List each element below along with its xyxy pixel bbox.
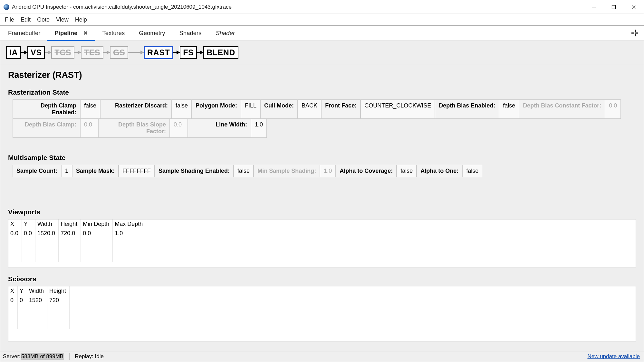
line-width-label: Line Width:: [188, 118, 251, 138]
stage-tcs[interactable]: TCS: [51, 46, 74, 59]
depth-clamp-value: false: [80, 99, 100, 119]
depth-bias-clamp-value: 0.0: [80, 118, 98, 138]
arrow-icon: [197, 52, 203, 53]
depth-bias-slope-value: 0.0: [170, 118, 188, 138]
sample-shading-enabled-value: false: [234, 165, 254, 177]
cell-maxd: 1.0: [113, 229, 146, 238]
close-icon[interactable]: ✕: [83, 30, 88, 37]
col-width[interactable]: Width: [27, 286, 47, 296]
tab-label: Geometry: [139, 30, 165, 37]
alpha-to-coverage-label: Alpha to Coverage:: [336, 165, 397, 177]
tab-label: Pipeline: [54, 30, 77, 37]
minimize-button[interactable]: [584, 0, 604, 14]
table-row[interactable]: 0 0 1520 720: [8, 296, 70, 305]
min-sample-shading-label: Min Sample Shading:: [254, 165, 320, 177]
table-row: [8, 246, 146, 254]
stage-tes[interactable]: TES: [81, 46, 103, 59]
rasterizer-discard-label: Rasterizer Discard:: [100, 99, 172, 119]
col-x[interactable]: X: [8, 219, 22, 229]
separator: [69, 353, 70, 360]
menu-edit[interactable]: Edit: [17, 15, 34, 24]
arrow-icon: [45, 52, 51, 53]
raster-state-table: Depth Clamp Enabled: false Rasterizer Di…: [13, 99, 636, 138]
multisample-table: Sample Count: 1 Sample Mask: FFFFFFFF Sa…: [13, 165, 636, 177]
tab-label: Framebuffer: [8, 30, 40, 37]
stage-fs[interactable]: FS: [180, 46, 197, 59]
cell-w: 1520: [27, 296, 47, 305]
cell-y: 0: [18, 296, 27, 305]
cell-h: 720.0: [59, 229, 81, 238]
tab-geometry[interactable]: Geometry: [132, 26, 172, 41]
cell-mind: 0.0: [81, 229, 113, 238]
cull-mode-label: Cull Mode:: [260, 99, 298, 119]
stage-ia[interactable]: IA: [6, 46, 21, 59]
table-header-row: X Y Width Height: [8, 286, 70, 296]
close-button[interactable]: [624, 0, 644, 14]
multisample-title: Multisample State: [8, 154, 636, 162]
min-sample-shading-value: 1.0: [320, 165, 336, 177]
table-row: [8, 305, 70, 313]
col-y[interactable]: Y: [22, 219, 35, 229]
arrow-icon: [103, 52, 110, 53]
page-title: Rasterizer (RAST): [8, 70, 636, 80]
stage-gs[interactable]: GS: [110, 46, 128, 59]
sample-count-label: Sample Count:: [13, 165, 61, 177]
content-panel: Rasterizer (RAST) Rasterization State De…: [0, 64, 644, 351]
arrow-icon: [74, 52, 81, 53]
menu-help[interactable]: Help: [72, 15, 90, 24]
viewports-table: X Y Width Height Min Depth Max Depth 0.0…: [8, 219, 636, 267]
col-y[interactable]: Y: [18, 286, 27, 296]
depth-bias-enabled-label: Depth Bias Enabled:: [435, 99, 499, 119]
table-row[interactable]: 0.0 0.0 1520.0 720.0 0.0 1.0: [8, 229, 146, 238]
svg-rect-1: [612, 5, 616, 9]
maximize-button[interactable]: [604, 0, 624, 14]
cell-x: 0: [8, 296, 18, 305]
tab-shaders[interactable]: Shaders: [172, 26, 209, 41]
cell-y: 0.0: [22, 229, 35, 238]
stage-vs[interactable]: VS: [27, 46, 45, 59]
stage-rast[interactable]: RAST: [144, 46, 173, 59]
restore-panels-icon[interactable]: [631, 30, 639, 37]
window-buttons: [584, 0, 644, 14]
depth-bias-constant-label: Depth Bias Constant Factor:: [519, 99, 605, 119]
tab-textures[interactable]: Textures: [95, 26, 132, 41]
table-row: [8, 313, 70, 321]
menubar: File Edit Goto View Help: [0, 14, 644, 26]
window-title: Android GPU Inspector - com.activision.c…: [12, 4, 584, 10]
update-link[interactable]: New update available: [587, 353, 640, 360]
line-width-value: 1.0: [251, 118, 267, 138]
tab-shader[interactable]: Shader: [208, 26, 242, 41]
stage-blend[interactable]: BLEND: [203, 46, 238, 59]
sample-mask-value: FFFFFFFF: [119, 165, 155, 177]
server-label: Server:: [3, 353, 21, 360]
scissors-title: Scissors: [8, 275, 636, 283]
sample-count-value: 1: [61, 165, 72, 177]
menu-goto[interactable]: Goto: [34, 15, 53, 24]
front-face-label: Front Face:: [321, 99, 360, 119]
polygon-mode-label: Polygon Mode:: [192, 99, 241, 119]
col-height[interactable]: Height: [59, 219, 81, 229]
sample-shading-enabled-label: Sample Shading Enabled:: [155, 165, 234, 177]
arrow-icon: [21, 52, 27, 53]
raster-state-title: Rasterization State: [8, 88, 636, 96]
col-mindepth[interactable]: Min Depth: [81, 219, 113, 229]
tab-framebuffer[interactable]: Framebuffer: [1, 26, 47, 41]
table-row: [8, 238, 146, 246]
col-height[interactable]: Height: [47, 286, 70, 296]
arrow-icon: [173, 52, 180, 53]
tab-label: Shader: [216, 30, 235, 37]
titlebar: Android GPU Inspector - com.activision.c…: [0, 0, 644, 14]
viewports-title: Viewports: [8, 208, 636, 216]
menu-view[interactable]: View: [53, 15, 72, 24]
col-x[interactable]: X: [8, 286, 18, 296]
depth-bias-slope-label: Depth Bias Slope Factor:: [98, 118, 170, 138]
tab-pipeline[interactable]: Pipeline ✕: [47, 26, 95, 41]
col-maxdepth[interactable]: Max Depth: [113, 219, 146, 229]
cull-mode-value: BACK: [298, 99, 321, 119]
menu-file[interactable]: File: [2, 15, 17, 24]
table-row: [8, 321, 70, 329]
rasterizer-discard-value: false: [172, 99, 192, 119]
alpha-to-one-value: false: [462, 165, 482, 177]
col-width[interactable]: Width: [35, 219, 59, 229]
front-face-value: COUNTER_CLOCKWISE: [360, 99, 435, 119]
